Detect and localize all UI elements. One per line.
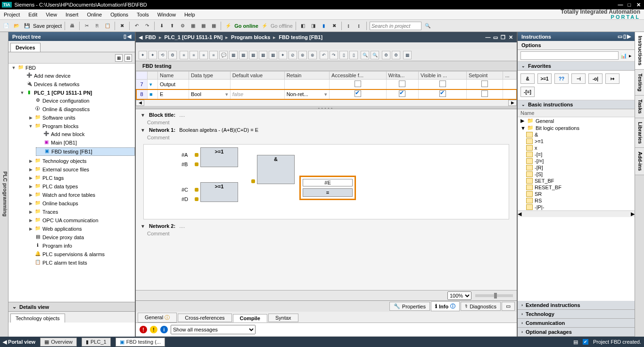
tree-supervisions[interactable]: PLC supervisions & alarms [42,251,105,257]
et-27[interactable]: ▦ [403,51,412,59]
rail-testing[interactable]: Testing [635,70,644,96]
gate-and[interactable]: & [257,155,295,184]
sb-overview[interactable]: ▦Overview [40,338,77,347]
network1-comment[interactable]: Comment [136,134,517,141]
print-icon[interactable]: 🖶 [68,22,76,30]
tree-tech-obj[interactable]: Technology objects [42,158,87,164]
et-12[interactable]: ▦ [249,51,257,59]
subtab-syntax[interactable]: Syntax [268,314,298,322]
minimize-button[interactable]: — [617,2,624,8]
sb-icon[interactable]: ▤ [573,339,578,345]
tree-webapps[interactable]: Web applications [42,226,82,232]
undo-icon[interactable]: ↶ [132,22,141,30]
tree-proxy[interactable]: Device proxy data [42,234,84,240]
opt-icon2[interactable]: ▸ [629,53,632,59]
basic-instr-header[interactable]: ⌄Basic instructions [518,100,635,109]
collapse-icon[interactable]: ◀ [127,33,131,40]
inspector-layout-icon[interactable]: ▭ [502,302,515,311]
network1-header[interactable]: ▼Network 1: Boolean algebra - (A+B)(C+D)… [136,126,517,134]
tree-prog-blocks[interactable]: Program blocks [42,123,78,129]
tree-backups[interactable]: Online backups [42,201,78,206]
tree-sw-units[interactable]: Software units [42,115,75,121]
tree-ext-src[interactable]: External source files [42,167,89,172]
et-8[interactable]: ≡ [209,51,218,59]
tree-plc1[interactable]: PLC_1 [CPU 1511-1 PN] [34,90,92,96]
tree-root[interactable]: FBD [25,65,36,71]
subtab-compile[interactable]: Compile [233,314,267,323]
search-input[interactable] [370,22,421,30]
fav-unk[interactable]: ?? [554,73,569,84]
editor-max-icon[interactable]: ▭ [492,34,499,40]
go-online-label[interactable]: Go online [234,23,258,29]
menu-tools[interactable]: Tools [137,12,149,17]
row7-acc[interactable] [355,81,361,87]
et-13[interactable]: ▦ [259,51,267,59]
tech-obj-tab[interactable]: Technology objects [10,314,65,323]
op-and[interactable]: & [518,131,635,138]
collapse-left-icon[interactable]: ◀ [139,34,142,40]
op-assign[interactable]: -[=] [518,151,635,158]
tree-fbd-testing[interactable]: FBD testing [FB1] [51,149,92,154]
tree-online-diag[interactable]: Online & diagnostics [42,106,90,112]
row8-sp[interactable] [481,90,488,97]
sb-plc[interactable]: ▮PLC_1 [82,338,111,347]
op-reset[interactable]: -[R] [518,164,635,171]
port-b[interactable]: #B [182,161,188,167]
zoom-select[interactable]: 100% [447,291,471,300]
tech-header[interactable]: ›Technology [518,310,635,319]
fav-ncoil[interactable]: -o| [588,73,603,84]
row8-name[interactable]: E [158,89,189,99]
pin-icon[interactable]: ▯ [124,33,126,40]
cut-icon[interactable]: ✂ [83,22,91,30]
et-25[interactable]: ⚙ [382,51,390,59]
crumb-2[interactable]: Program blocks [231,34,270,40]
subtab-xref[interactable]: Cross-references [178,314,231,322]
redo-icon[interactable]: ↷ [143,22,151,30]
paste-icon[interactable]: 📋 [103,22,112,30]
error-icon[interactable]: ! [140,326,147,333]
split2-icon[interactable]: ⫿ [355,22,363,30]
tool-icon[interactable]: ▦ [189,22,197,30]
row8-dtype[interactable]: Bool [191,91,201,97]
op-resetbf[interactable]: RESET_BF [518,184,635,191]
details-view-bar[interactable]: ⌄Details view [8,302,135,311]
menu-edit[interactable]: Edit [28,12,37,17]
tree-tool2-icon[interactable]: ▤ [124,54,132,62]
et-22[interactable]: ▯ [349,51,358,59]
crumb-3[interactable]: FBD testing [FB1] [279,34,322,40]
editor-close-icon[interactable]: ✕ [507,34,514,40]
et-1[interactable]: ✦ [139,51,147,59]
port-d[interactable]: #D [182,196,188,202]
op-nassign[interactable]: -[/=] [518,158,635,164]
search-go-icon[interactable]: 🔍 [423,22,432,30]
network2-header[interactable]: ▼Network 2:.... [136,222,517,230]
rail-tasks[interactable]: Tasks [635,96,644,118]
output-block[interactable]: #E = [299,176,356,200]
et-7[interactable]: ≡ [199,51,208,59]
tree-watch[interactable]: Watch and force tables [42,192,95,198]
extra3-icon[interactable]: ▮ [320,22,328,30]
et-9[interactable]: 💬 [219,51,228,59]
op-setbf[interactable]: SET_BF [518,178,635,184]
instr-collapse-icon[interactable]: ▶ [627,33,631,40]
et-17[interactable]: ⊗ [298,51,307,59]
tree-plc-tags[interactable]: PLC tags [42,175,64,181]
col-acc[interactable]: Accessible f... [330,72,387,80]
block-title-section[interactable]: ▼Block title:.... [136,111,517,119]
tool3-icon[interactable]: ▦ [209,22,218,30]
fav-or[interactable]: >=1 [537,73,552,84]
download-icon[interactable]: ⬇ [157,22,166,30]
tab-properties[interactable]: 🔧Properties [389,302,430,311]
et-24[interactable]: 🔍 [371,51,379,59]
save-project-label[interactable]: Save project [33,23,62,29]
tree-add-device[interactable]: Add new device [34,73,71,79]
tree-tool1-icon[interactable]: ▦ [115,54,123,62]
new-project-icon[interactable]: 📄 [2,22,10,30]
tree-dev-networks[interactable]: Devices & networks [34,81,80,87]
col-wri[interactable]: Writa... [386,72,418,80]
et-18[interactable]: ⊗ [308,51,317,59]
portal-view-button[interactable]: ◀ Portal view [3,339,35,345]
et-6[interactable]: ≡ [190,51,198,59]
menu-window[interactable]: Window [157,12,176,17]
tree-alarm-lists[interactable]: PLC alarm text lists [42,260,87,266]
